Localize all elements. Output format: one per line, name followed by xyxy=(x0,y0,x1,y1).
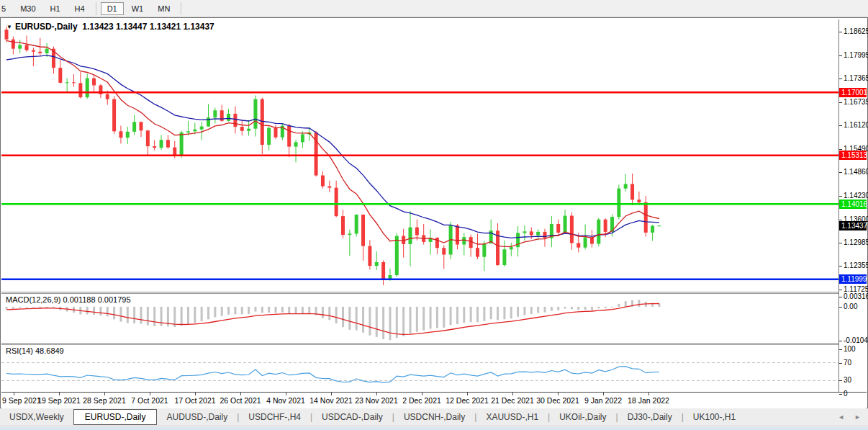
price-tick-mark xyxy=(839,220,842,220)
date-label: 23 Nov 2021 xyxy=(355,396,398,405)
date-label: 30 Dec 2021 xyxy=(536,396,579,405)
tab-usdx-weekly[interactable]: USDX,Weekly xyxy=(0,410,73,424)
date-tick-mark xyxy=(648,393,649,395)
price-chart-canvas[interactable] xyxy=(1,19,839,292)
tab-eurusd-daily[interactable]: EURUSD-,Daily xyxy=(73,409,158,425)
price-tick-mark xyxy=(839,79,842,79)
price-tick-label: 1.12985 xyxy=(844,238,868,246)
chart-ohlc-values: 1.13423 1.13447 1.13421 1.13437 xyxy=(82,22,214,32)
date-tick-mark xyxy=(240,393,241,395)
timeframe-button-h1[interactable]: H1 xyxy=(44,2,67,15)
rsi-tick-label: 30 xyxy=(844,376,851,384)
tab-audusd-daily[interactable]: AUDUSD-,Daily xyxy=(157,410,237,424)
rsi-tick-mark xyxy=(839,349,842,350)
rsi-tick-mark xyxy=(839,394,842,395)
level-price-badge: 1.14016 xyxy=(839,200,867,209)
chart-title: ▼EURUSD-,Daily 1.13423 1.13447 1.13421 1… xyxy=(6,22,214,32)
date-tick-mark xyxy=(14,393,14,395)
price-tick-label: 1.17995 xyxy=(844,51,868,59)
chart-window: ▼EURUSD-,Daily 1.13423 1.13447 1.13421 1… xyxy=(0,17,868,408)
tab-usdcad-daily[interactable]: USDCAD-,Daily xyxy=(312,410,392,424)
rsi-value: 48.6849 xyxy=(35,346,64,355)
date-label: 19 Sep 2021 xyxy=(37,396,81,405)
timeframe-button-mn[interactable]: MN xyxy=(151,2,176,15)
level-price-badge: 1.17001 xyxy=(839,88,867,97)
date-tick-mark xyxy=(376,393,377,395)
date-tick-mark xyxy=(59,393,60,395)
macd-signal-value: 0.001795 xyxy=(98,295,131,304)
date-tick-mark xyxy=(512,393,513,395)
date-label: 26 Oct 2021 xyxy=(220,396,261,405)
timeframe-button-d1[interactable]: D1 xyxy=(101,2,124,15)
date-label: 18 Jan 2022 xyxy=(628,396,669,405)
date-tick-mark xyxy=(558,393,559,395)
macd-tick-mark xyxy=(839,297,842,297)
date-axis[interactable]: 9 Sep 202119 Sep 202128 Sep 20217 Oct 20… xyxy=(1,392,867,408)
rsi-pane[interactable]: RSI(14) 48.6849 xyxy=(1,345,839,392)
date-label: 4 Nov 2021 xyxy=(266,396,305,405)
level-price-badge: 1.11999 xyxy=(839,274,867,284)
rsi-tick-label: 100 xyxy=(844,345,856,353)
chart-tabs-bar: USDX,WeeklyEURUSD-,DailyAUDUSD-,Daily|US… xyxy=(0,408,868,426)
date-label: 9 Sep 2021 xyxy=(2,396,41,405)
price-tick-mark xyxy=(839,102,842,103)
tabs-scroll-left-icon[interactable]: ◄ xyxy=(838,413,844,421)
price-tick-mark xyxy=(839,172,842,173)
price-tick-label: 1.18625 xyxy=(844,27,868,35)
date-tick-mark xyxy=(422,393,422,395)
toolbar-separator xyxy=(181,2,181,15)
date-tick-mark xyxy=(467,393,468,395)
timeframe-button-m30[interactable]: M30 xyxy=(14,2,42,15)
tab-dj30-daily[interactable]: DJ30-,Daily xyxy=(618,410,682,424)
rsi-tick-mark xyxy=(839,363,842,364)
toolbar-separator xyxy=(96,2,96,15)
price-tick-label: 1.14230 xyxy=(844,192,868,200)
rsi-canvas[interactable] xyxy=(1,345,839,392)
price-tick-mark xyxy=(839,55,842,56)
date-label: 12 Dec 2021 xyxy=(446,396,489,405)
date-tick-mark xyxy=(104,393,105,395)
price-tick-label: 1.14860 xyxy=(844,168,868,176)
level-price-badge: 1.15313 xyxy=(839,151,867,160)
price-axis[interactable]: 1.186251.179951.173651.167351.161201.154… xyxy=(838,19,867,392)
macd-label: MACD(12,26,9) 0.001188 0.001795 xyxy=(6,295,131,304)
tab-xauusd-h1[interactable]: XAUUSD-,H1 xyxy=(476,410,548,424)
price-tick-mark xyxy=(839,266,842,266)
date-tick-mark xyxy=(603,393,604,395)
price-tick-mark xyxy=(839,290,842,290)
tab-uk100-h1[interactable]: UK100-,H1 xyxy=(684,410,745,424)
tabs-scroll-right-icon[interactable]: ► xyxy=(854,413,861,421)
timeframe-button-5[interactable]: 5 xyxy=(0,2,12,15)
macd-pane[interactable]: MACD(12,26,9) 0.001188 0.001795 xyxy=(1,294,839,343)
macd-tick-label: 0.003165 xyxy=(844,292,868,300)
date-label: 14 Nov 2021 xyxy=(309,396,353,405)
date-label: 7 Oct 2021 xyxy=(131,396,168,405)
tab-usdchf-h4[interactable]: USDCHF-,H4 xyxy=(239,410,310,424)
chart-symbol: EURUSD-,Daily xyxy=(15,22,78,32)
timeframe-button-h4[interactable]: H4 xyxy=(68,2,91,15)
rsi-label: RSI(14) 48.6849 xyxy=(6,346,64,355)
date-tick-mark xyxy=(195,393,196,395)
rsi-tick-label: 70 xyxy=(844,359,851,367)
price-tick-label: 1.16120 xyxy=(844,121,868,129)
rsi-tick-label: 0 xyxy=(844,390,848,398)
price-tick-mark xyxy=(839,149,842,150)
rsi-tick-mark xyxy=(839,380,842,381)
price-tick-mark xyxy=(839,32,842,32)
price-tick-mark xyxy=(839,243,842,243)
date-tick-mark xyxy=(331,393,332,395)
date-label: 2 Dec 2021 xyxy=(402,396,441,405)
symbol-dropdown-icon[interactable]: ▼ xyxy=(6,24,12,30)
price-pane[interactable]: ▼EURUSD-,Daily 1.13423 1.13447 1.13421 1… xyxy=(1,19,839,292)
tab-usdcnh-daily[interactable]: USDCNH-,Daily xyxy=(394,410,474,424)
date-label: 9 Jan 2022 xyxy=(584,396,622,405)
current-price-badge: 1.13437 xyxy=(839,221,867,230)
date-label: 17 Oct 2021 xyxy=(174,396,215,405)
date-tick-mark xyxy=(286,393,286,395)
window-bottom-edge xyxy=(0,426,868,430)
timeframe-button-w1[interactable]: W1 xyxy=(125,2,150,15)
tab-ukoil-daily[interactable]: UKOil-,Daily xyxy=(550,410,615,424)
price-tick-label: 1.16735 xyxy=(844,98,868,106)
tab-scroll-arrows: ◄► xyxy=(838,413,861,421)
date-label: 21 Dec 2021 xyxy=(491,396,534,405)
